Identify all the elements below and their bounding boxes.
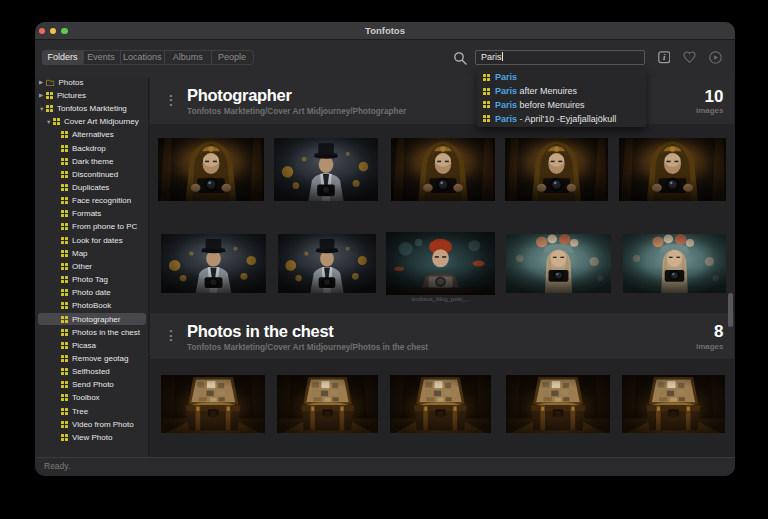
svg-text:i: i bbox=[663, 52, 666, 62]
